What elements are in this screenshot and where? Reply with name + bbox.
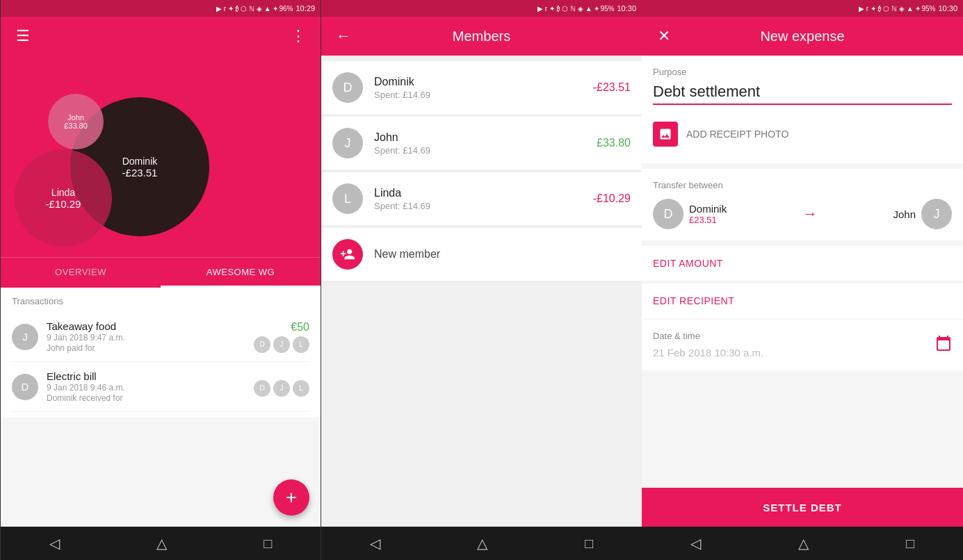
time-1: 10:29: [296, 4, 315, 13]
settle-debt-button[interactable]: SETTLE DEBT: [642, 488, 963, 527]
status-bar-3: ▶ r ✦ ₿ ⬡ ℕ ◈ ▲ ✦ 95% 10:30: [642, 0, 963, 17]
purpose-section: Purpose ADD RECEIPT PHOTO: [642, 56, 963, 163]
home-button[interactable]: △: [463, 529, 501, 557]
app-header-2: ← Members: [321, 17, 642, 56]
status-icons-2: ▶ r ✦ ₿ ⬡ ℕ ◈ ▲ ✦: [537, 5, 599, 13]
battery-3: 95%: [921, 5, 935, 13]
calendar-icon[interactable]: [935, 335, 952, 356]
badge-j: J: [273, 380, 290, 397]
panel-overview: ▶ r ✦ ₿ ⬡ ℕ ◈ ▲ ✦ 96% 10:29 ☰ ⋮ Dominik …: [0, 0, 321, 560]
settle-debt-label: SETTLE DEBT: [763, 502, 842, 513]
linda-circle: Linda -£10.29: [15, 149, 112, 247]
to-name: John: [893, 208, 916, 220]
transfer-arrow-icon: →: [727, 205, 893, 223]
expense-content: Purpose ADD RECEIPT PHOTO Transfer betwe…: [642, 56, 963, 488]
transfer-label: Transfer between: [653, 180, 952, 190]
tab-overview[interactable]: OVERVIEW: [1, 258, 161, 288]
new-member-label: New member: [374, 248, 440, 261]
members-title: Members: [355, 28, 608, 44]
member-balance: -£10.29: [593, 192, 631, 205]
receipt-icon: [653, 122, 678, 147]
add-receipt-button[interactable]: ADD RECEIPT PHOTO: [653, 116, 952, 152]
list-item[interactable]: L Linda Spent: £14.69 -£10.29: [321, 172, 642, 225]
member-name: Linda: [374, 187, 593, 199]
table-row[interactable]: J Takeaway food 9 Jan 2018 9:47 a.m. Joh…: [12, 312, 309, 362]
add-member-icon: [332, 239, 363, 270]
recents-button[interactable]: □: [250, 530, 286, 557]
table-row[interactable]: D Electric bill 9 Jan 2018 9:46 a.m. Dom…: [12, 362, 309, 412]
transactions-label: Transactions: [12, 296, 309, 306]
status-bar-2: ▶ r ✦ ₿ ⬡ ℕ ◈ ▲ ✦ 95% 10:30: [321, 0, 642, 17]
purpose-label: Purpose: [653, 67, 952, 77]
transfer-section: Transfer between D Dominik £23.51 → John…: [642, 169, 963, 240]
nav-bar-2: ◁ △ □: [321, 527, 642, 560]
nav-bar-3: ◁ △ □: [642, 527, 963, 560]
battery-1: 96%: [279, 5, 293, 13]
edit-amount-button[interactable]: EDIT AMOUNT: [642, 246, 963, 281]
member-name: John: [374, 131, 597, 144]
panel-new-expense: ▶ r ✦ ₿ ⬡ ℕ ◈ ▲ ✦ 95% 10:30 ✕ New expens…: [642, 0, 963, 560]
purpose-input[interactable]: [653, 83, 952, 105]
status-bar-1: ▶ r ✦ ₿ ⬡ ℕ ◈ ▲ ✦ 96% 10:29: [1, 0, 321, 17]
back-button[interactable]: ◁: [677, 529, 715, 557]
time-3: 10:30: [938, 4, 957, 13]
add-expense-fab[interactable]: +: [273, 479, 309, 516]
new-member-button[interactable]: New member: [321, 228, 642, 281]
recents-button[interactable]: □: [571, 530, 607, 557]
app-header-3: ✕ New expense: [642, 17, 963, 56]
add-receipt-label: ADD RECEIPT PHOTO: [686, 129, 788, 140]
back-button[interactable]: ◁: [356, 529, 394, 557]
member-balance: £33.80: [597, 137, 631, 149]
list-item[interactable]: D Dominik Spent: £14.69 -£23.51: [321, 61, 642, 114]
to-avatar: J: [921, 199, 952, 229]
edit-recipient-label: EDIT RECIPIENT: [653, 295, 734, 306]
txn-date: 9 Jan 2018 9:46 a.m.: [47, 383, 254, 393]
home-button[interactable]: △: [784, 529, 823, 557]
txn-name: Electric bill: [47, 370, 254, 382]
avatar: D: [12, 374, 38, 400]
app-header-1: ☰ ⋮: [1, 17, 321, 56]
badge-l: L: [293, 336, 309, 353]
badge-d: D: [254, 380, 270, 397]
member-spent: Spent: £14.69: [374, 145, 597, 156]
badge-j: J: [273, 336, 290, 353]
balance-circles: Dominik -£23.51 Linda -£10.29 John £33.8…: [1, 56, 321, 257]
list-item[interactable]: J John Spent: £14.69 £33.80: [321, 117, 642, 170]
avatar: J: [12, 324, 38, 350]
avatar: D: [332, 72, 363, 103]
member-balance: -£23.51: [593, 81, 631, 94]
txn-paid: Dominik received for: [47, 393, 254, 403]
members-list: D Dominik Spent: £14.69 -£23.51 J John S…: [321, 56, 642, 527]
back-icon[interactable]: ←: [332, 27, 355, 45]
nav-bar-1: ◁ △ □: [1, 527, 321, 560]
txn-badges: D J L: [254, 380, 309, 397]
txn-date: 9 Jan 2018 9:47 a.m.: [47, 333, 254, 343]
txn-paid: John paid for: [47, 343, 254, 353]
datetime-label: Date & time: [653, 331, 763, 341]
badge-l: L: [293, 380, 309, 397]
txn-amount: €50: [291, 321, 309, 333]
back-button[interactable]: ◁: [35, 529, 74, 557]
member-spent: Spent: £14.69: [374, 201, 593, 211]
john-circle: John £33.80: [48, 94, 104, 149]
status-icons-1: ▶ r ✦ ₿ ⬡ ℕ ◈ ▲ ✦: [216, 5, 278, 13]
status-icons-3: ▶ r ✦ ₿ ⬡ ℕ ◈ ▲ ✦: [859, 5, 921, 13]
edit-recipient-button[interactable]: EDIT RECIPIENT: [642, 283, 963, 318]
new-expense-title: New expense: [675, 28, 930, 44]
recents-button[interactable]: □: [892, 530, 928, 557]
battery-2: 95%: [600, 5, 614, 13]
tabs-row: OVERVIEW AWESOME WG: [1, 257, 321, 288]
member-spent: Spent: £14.69: [374, 90, 593, 100]
edit-amount-label: EDIT AMOUNT: [653, 258, 723, 269]
hamburger-icon[interactable]: ☰: [12, 27, 34, 45]
tab-awesome-wg[interactable]: AWESOME WG: [161, 258, 321, 288]
avatar: L: [332, 183, 363, 214]
txn-name: Takeaway food: [47, 320, 254, 332]
home-button[interactable]: △: [143, 529, 181, 557]
badge-d: D: [254, 336, 270, 353]
from-avatar: D: [653, 199, 683, 229]
transactions-section: Transactions J Takeaway food 9 Jan 2018 …: [1, 288, 321, 418]
member-name: Dominik: [374, 76, 593, 88]
more-options-icon[interactable]: ⋮: [287, 27, 309, 45]
close-icon[interactable]: ✕: [653, 27, 675, 45]
